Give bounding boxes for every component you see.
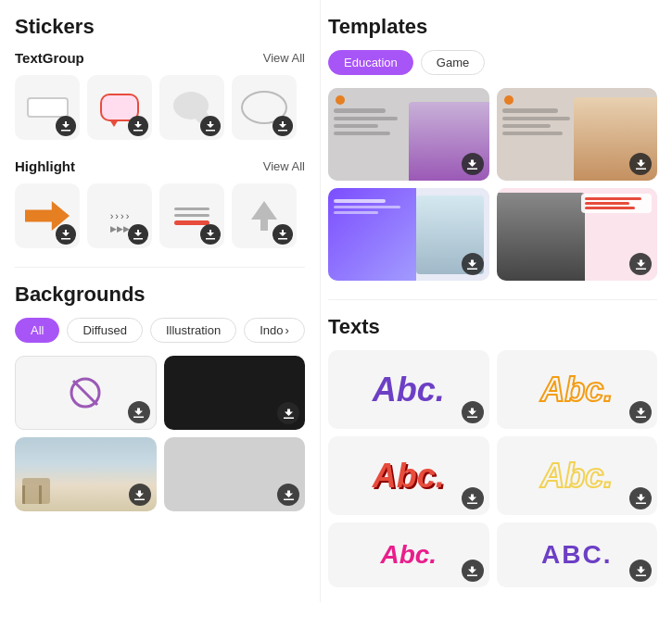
sticker-arrow[interactable]: [15, 183, 80, 248]
sticker-underline[interactable]: [159, 183, 224, 248]
template-3-download[interactable]: [462, 253, 484, 275]
filter-education[interactable]: Education: [328, 50, 413, 75]
text-yellow-label: Abc.: [540, 457, 613, 496]
bg-room[interactable]: [15, 437, 157, 511]
text-purple-label: Abc.: [373, 371, 445, 409]
backgrounds-section: Backgrounds All Diffused Illustration In…: [15, 283, 305, 511]
left-divider: [15, 267, 305, 268]
sticker-chevrons-download[interactable]: [128, 224, 148, 245]
filter-all[interactable]: All: [15, 318, 59, 343]
no-icon: [69, 376, 102, 409]
text-red-download[interactable]: [462, 487, 484, 509]
template-2[interactable]: [497, 88, 658, 181]
text-purple-download[interactable]: [462, 401, 484, 423]
filter-game[interactable]: Game: [421, 50, 485, 75]
filter-indo-chevron: ›: [285, 323, 288, 337]
sticker-bubble[interactable]: [159, 75, 224, 140]
text-purple-caps-label: ABC.: [541, 540, 612, 570]
text-red-label: Abc.: [373, 457, 445, 496]
texts-section: Texts Abc. Abc. Abc.: [328, 315, 657, 587]
backgrounds-grid: [15, 356, 305, 511]
sticker-speech-red[interactable]: [87, 75, 152, 140]
bg-room-download[interactable]: [129, 484, 151, 506]
right-panel: Templates Education Game: [320, 0, 672, 602]
sticker-rect[interactable]: [15, 75, 80, 140]
sticker-bubble-download[interactable]: [200, 116, 221, 136]
template-1[interactable]: [328, 88, 489, 181]
text-purple-italic[interactable]: Abc.: [328, 350, 489, 429]
templates-section: Templates Education Game: [328, 15, 657, 281]
template-4-download[interactable]: [629, 253, 652, 275]
svg-line-1: [73, 381, 97, 405]
filter-illustration[interactable]: Illustration: [150, 318, 236, 343]
templates-title: Templates: [328, 15, 657, 39]
bg-black[interactable]: [164, 356, 306, 430]
right-divider: [328, 299, 657, 300]
text-pink-label: Abc.: [380, 540, 437, 570]
textgroup-section: TextGroup View All: [15, 50, 305, 140]
sticker-oval-download[interactable]: [273, 116, 293, 136]
textgroup-view-all[interactable]: View All: [263, 51, 305, 65]
text-pink[interactable]: Abc.: [328, 522, 489, 587]
bg-gray-download[interactable]: [277, 484, 299, 506]
bg-black-download[interactable]: [277, 402, 299, 424]
backgrounds-title: Backgrounds: [15, 283, 305, 307]
textgroup-grid: [15, 75, 305, 140]
main-container: Stickers TextGroup View All: [0, 0, 672, 602]
highlight-grid: › › › › ▶▶▶: [15, 183, 305, 248]
sticker-arrow-up[interactable]: [232, 183, 297, 248]
template-1-download[interactable]: [462, 153, 484, 175]
text-orange-download[interactable]: [629, 401, 652, 423]
filter-indo-label: Indo: [260, 323, 283, 337]
filter-diffused[interactable]: Diffused: [67, 318, 142, 343]
highlight-header: Highlight View All: [15, 158, 305, 174]
template-2-download[interactable]: [629, 153, 652, 175]
highlight-label: Highlight: [15, 158, 75, 174]
text-orange-label: Abc.: [540, 371, 613, 409]
text-orange-outline[interactable]: Abc.: [497, 350, 658, 429]
sticker-arrow-up-download[interactable]: [273, 224, 293, 245]
templates-grid: [328, 88, 657, 281]
sticker-oval[interactable]: [232, 75, 297, 140]
textgroup-label: TextGroup: [15, 50, 84, 66]
text-yellow-download[interactable]: [629, 487, 652, 509]
text-pink-download[interactable]: [462, 560, 484, 582]
sticker-speech-download[interactable]: [128, 116, 148, 136]
bg-gray[interactable]: [164, 437, 306, 511]
sticker-chevrons[interactable]: › › › › ▶▶▶: [87, 183, 152, 248]
text-yellow-outline[interactable]: Abc.: [497, 436, 658, 515]
template-4[interactable]: [497, 188, 658, 281]
sticker-arrow-download[interactable]: [56, 224, 76, 245]
templates-filters: Education Game: [328, 50, 657, 75]
texts-grid: Abc. Abc. Abc.: [328, 350, 657, 587]
filter-indo[interactable]: Indo›: [244, 318, 305, 343]
left-panel: Stickers TextGroup View All: [0, 0, 320, 602]
highlight-view-all[interactable]: View All: [263, 159, 305, 173]
template-3[interactable]: [328, 188, 489, 281]
text-red-bold[interactable]: Abc.: [328, 436, 489, 515]
sticker-rect-download[interactable]: [56, 116, 76, 136]
text-purple-caps-download[interactable]: [629, 560, 652, 582]
sticker-rect-shape: [27, 97, 69, 118]
highlight-section: Highlight View All › › › ›: [15, 158, 305, 248]
texts-title: Texts: [328, 315, 657, 339]
bg-white-download[interactable]: [128, 401, 150, 423]
sticker-underline-download[interactable]: [200, 224, 221, 245]
bg-white[interactable]: [15, 356, 157, 430]
backgrounds-filters: All Diffused Illustration Indo›: [15, 318, 305, 343]
text-purple-caps[interactable]: ABC.: [497, 522, 658, 587]
textgroup-header: TextGroup View All: [15, 50, 305, 66]
stickers-title: Stickers: [15, 15, 305, 39]
